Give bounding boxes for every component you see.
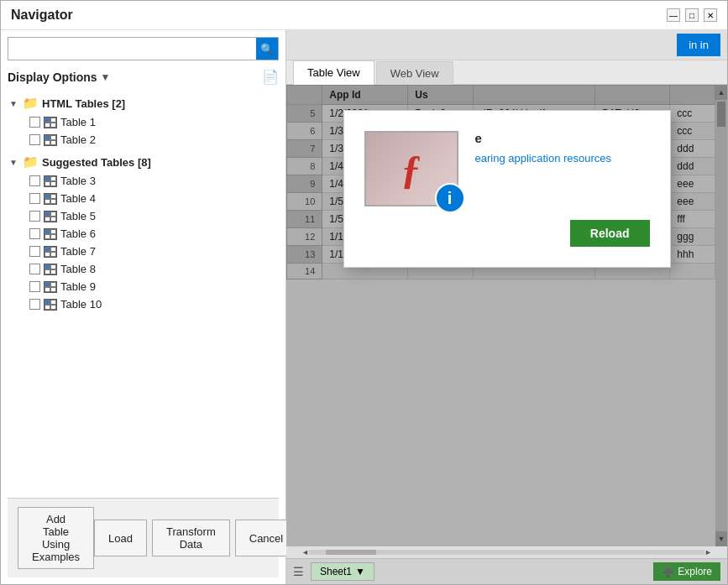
table-10-icon bbox=[44, 299, 57, 311]
sign-in-button[interactable]: in in bbox=[677, 34, 720, 56]
display-options-label[interactable]: Display Options ▼ bbox=[8, 71, 110, 84]
table-5-checkbox[interactable] bbox=[29, 211, 40, 222]
folder-icon-html: 📁 bbox=[23, 96, 39, 111]
html-tables-section: ▼ 📁 HTML Tables [2] bbox=[8, 93, 279, 149]
tab-web-view[interactable]: Web View bbox=[376, 61, 453, 85]
table-3-label: Table 3 bbox=[60, 175, 96, 187]
left-panel: 🔍 Display Options ▼ 📄 ▼ 📁 HTML Tables [2… bbox=[1, 30, 286, 584]
close-button[interactable]: ✕ bbox=[704, 8, 717, 22]
table-9-checkbox[interactable] bbox=[29, 281, 40, 292]
table-6-checkbox[interactable] bbox=[29, 228, 40, 239]
scroll-h-thumb[interactable] bbox=[326, 550, 376, 555]
tab-table-view[interactable]: Table View bbox=[293, 60, 374, 85]
html-tables-header[interactable]: ▼ 📁 HTML Tables [2] bbox=[8, 93, 279, 113]
explore-label: Explore bbox=[678, 566, 712, 577]
suggested-tables-header[interactable]: ▼ 📁 Suggested Tables [8] bbox=[8, 152, 279, 172]
table-8-icon bbox=[44, 264, 57, 275]
window-controls: — □ ✕ bbox=[667, 8, 717, 22]
modal-text: e earing application resources bbox=[475, 131, 650, 165]
sheet-label: Sheet1 bbox=[320, 566, 352, 577]
table-6-icon bbox=[44, 228, 57, 240]
table-1-item[interactable]: Table 1 bbox=[8, 113, 279, 131]
table-2-label: Table 2 bbox=[60, 133, 96, 146]
table-8-label: Table 8 bbox=[60, 263, 96, 275]
main-content: 🔍 Display Options ▼ 📄 ▼ 📁 HTML Tables [2… bbox=[1, 30, 727, 584]
flash-modal: ƒ i e earing application resources Reloa… bbox=[343, 110, 671, 268]
right-bottom-bar: ☰ Sheet1 ▼ ➕ Explore bbox=[286, 558, 727, 584]
top-right-bar: in in bbox=[286, 30, 727, 60]
modal-overlay: ƒ i e earing application resources Reloa… bbox=[286, 85, 727, 546]
table-9-item[interactable]: Table 9 bbox=[8, 278, 279, 295]
navigator-window: Navigator — □ ✕ 🔍 Display Options ▼ 📄 bbox=[0, 0, 728, 585]
scroll-right-button[interactable]: ► bbox=[704, 548, 712, 556]
menu-icon[interactable]: ☰ bbox=[293, 565, 304, 578]
scroll-left-button[interactable]: ◄ bbox=[301, 548, 309, 556]
dropdown-icon: ▼ bbox=[101, 71, 111, 83]
sheet-tab[interactable]: Sheet1 ▼ bbox=[311, 562, 374, 581]
modal-footer: Reload bbox=[364, 220, 650, 247]
table-7-label: Table 7 bbox=[60, 245, 96, 258]
table-8-item[interactable]: Table 8 bbox=[8, 260, 279, 278]
table-6-label: Table 6 bbox=[60, 227, 96, 240]
display-options-bar: Display Options ▼ 📄 bbox=[8, 67, 279, 86]
table-7-icon bbox=[44, 246, 57, 258]
table-9-icon bbox=[44, 281, 57, 293]
export-icon[interactable]: 📄 bbox=[262, 69, 279, 85]
table-7-checkbox[interactable] bbox=[29, 246, 40, 257]
navigator-tree: ▼ 📁 HTML Tables [2] bbox=[8, 93, 279, 498]
table-5-icon bbox=[44, 211, 57, 222]
load-button[interactable]: Load bbox=[94, 520, 147, 556]
table-1-checkbox[interactable] bbox=[29, 117, 40, 128]
table-6-item[interactable]: Table 6 bbox=[8, 225, 279, 243]
search-input[interactable] bbox=[8, 39, 256, 59]
search-box: 🔍 bbox=[8, 37, 279, 60]
maximize-button[interactable]: □ bbox=[685, 8, 699, 22]
table-4-checkbox[interactable] bbox=[29, 193, 40, 204]
table-2-icon bbox=[44, 134, 57, 146]
minimize-button[interactable]: — bbox=[667, 8, 680, 22]
sheet-dropdown-icon: ▼ bbox=[355, 566, 365, 577]
reload-button[interactable]: Reload bbox=[570, 220, 650, 247]
suggested-tables-label: Suggested Tables [8] bbox=[42, 156, 151, 169]
table-7-item[interactable]: Table 7 bbox=[8, 243, 279, 260]
table-3-icon bbox=[44, 175, 57, 187]
table-3-checkbox[interactable] bbox=[29, 175, 40, 186]
table-8-checkbox[interactable] bbox=[29, 264, 40, 274]
info-badge: i bbox=[435, 183, 465, 213]
table-4-item[interactable]: Table 4 bbox=[8, 190, 279, 207]
table-5-item[interactable]: Table 5 bbox=[8, 207, 279, 225]
action-buttons: Load Transform Data Cancel bbox=[94, 520, 297, 556]
expand-arrow-suggested: ▼ bbox=[9, 158, 19, 167]
transform-button[interactable]: Transform Data bbox=[152, 520, 230, 556]
suggested-tables-section: ▼ 📁 Suggested Tables [8] bbox=[8, 152, 279, 313]
table-1-icon bbox=[44, 117, 57, 128]
left-bottom-bar: Add Table Using Examples Load Transform … bbox=[8, 498, 279, 577]
table-2-checkbox[interactable] bbox=[29, 134, 40, 145]
table-1-label: Table 1 bbox=[60, 116, 96, 128]
table-9-label: Table 9 bbox=[60, 280, 96, 293]
window-title: Navigator bbox=[11, 8, 73, 23]
table-3-item[interactable]: Table 3 bbox=[8, 172, 279, 190]
modal-header: ƒ i e earing application resources bbox=[364, 131, 650, 206]
horizontal-scrollbar[interactable]: ◄ ► bbox=[286, 546, 727, 558]
html-tables-label: HTML Tables [2] bbox=[42, 97, 125, 110]
add-table-button[interactable]: Add Table Using Examples bbox=[18, 507, 94, 569]
table-10-label: Table 10 bbox=[60, 298, 102, 311]
flash-symbol: ƒ bbox=[401, 146, 422, 192]
scroll-track[interactable] bbox=[309, 550, 704, 555]
table-10-checkbox[interactable] bbox=[29, 299, 40, 310]
table-10-item[interactable]: Table 10 bbox=[8, 295, 279, 313]
right-panel: in in Table View Web View App Id Us bbox=[286, 30, 727, 584]
explore-button[interactable]: ➕ Explore bbox=[653, 562, 720, 581]
expand-arrow-html: ▼ bbox=[9, 99, 19, 108]
table-5-label: Table 5 bbox=[60, 210, 96, 222]
search-button[interactable]: 🔍 bbox=[256, 38, 278, 60]
table-wrapper: App Id Us 51/2/2021Pack 3dRq364kkhsdfBAT… bbox=[286, 85, 727, 546]
table-4-label: Table 4 bbox=[60, 192, 96, 205]
explore-icon: ➕ bbox=[662, 566, 674, 577]
modal-link[interactable]: earing application resources bbox=[475, 152, 650, 165]
tabs-bar: Table View Web View bbox=[286, 60, 727, 85]
modal-title: e bbox=[475, 131, 650, 145]
table-2-item[interactable]: Table 2 bbox=[8, 131, 279, 149]
table-4-icon bbox=[44, 193, 57, 205]
